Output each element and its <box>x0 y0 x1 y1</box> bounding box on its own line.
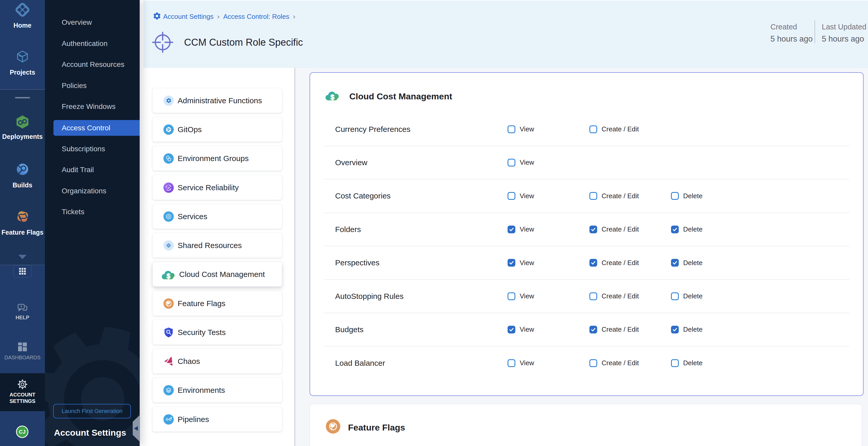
svg-text:$: $ <box>166 272 170 280</box>
svg-text:$: $ <box>331 93 335 101</box>
svg-text:?: ? <box>20 305 22 309</box>
